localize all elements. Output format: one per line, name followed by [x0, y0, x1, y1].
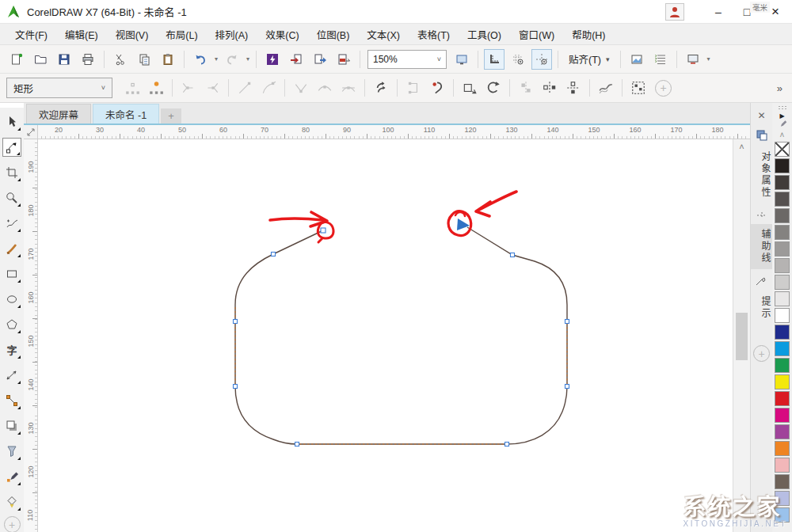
freehand-tool[interactable]	[2, 214, 21, 233]
drawing-canvas[interactable]	[38, 139, 733, 532]
new-tab-button[interactable]: +	[161, 108, 181, 124]
start-node-indicator[interactable]	[457, 218, 470, 230]
corel-connect-button[interactable]	[262, 49, 283, 70]
color-eyedropper-tool[interactable]	[2, 467, 21, 486]
color-swatch[interactable]	[775, 374, 790, 390]
elastic-mode-button[interactable]	[596, 78, 616, 98]
color-swatch[interactable]	[775, 424, 790, 439]
color-swatch[interactable]	[775, 175, 790, 190]
color-swatch[interactable]	[775, 225, 790, 240]
minimize-button[interactable]: –	[706, 2, 730, 21]
color-swatch[interactable]	[775, 507, 790, 522]
delete-node-button[interactable]	[146, 78, 166, 98]
color-swatch[interactable]	[775, 291, 790, 306]
artistic-media-tool[interactable]	[2, 239, 21, 258]
application-settings-button[interactable]	[650, 49, 671, 70]
align-nodes-button[interactable]	[516, 78, 536, 98]
print-button[interactable]	[78, 49, 98, 70]
close-curve-button[interactable]	[427, 78, 447, 98]
zoom-level-combo[interactable]: 150% ˅	[367, 50, 447, 69]
join-nodes-button[interactable]	[178, 78, 199, 98]
rectangle-tool[interactable]	[2, 264, 21, 283]
menu-item[interactable]: 布局(L)	[157, 24, 206, 45]
transparency-tool[interactable]	[2, 442, 21, 461]
paste-button[interactable]	[158, 49, 178, 70]
color-swatch[interactable]	[775, 474, 790, 489]
launcher-dropdown[interactable]: ▾	[705, 49, 713, 70]
polygon-tool[interactable]	[2, 315, 21, 334]
new-document-button[interactable]	[6, 49, 27, 70]
toolbar-overflow-button[interactable]: »	[777, 82, 782, 94]
docker-close-button[interactable]: ✕	[757, 110, 765, 121]
cut-button[interactable]	[110, 49, 131, 70]
menu-item[interactable]: 帮助(H)	[563, 24, 614, 45]
publish-pdf-button[interactable]	[333, 49, 354, 70]
scroll-up-button[interactable]: ˄	[733, 139, 750, 154]
curve-nodes[interactable]	[234, 228, 569, 446]
palette-flyout-button[interactable]: ▶	[779, 112, 784, 120]
color-swatch[interactable]	[775, 441, 790, 456]
menu-item[interactable]: 位图(B)	[308, 24, 359, 45]
open-button[interactable]	[30, 49, 51, 70]
menu-item[interactable]: 文本(X)	[358, 24, 409, 45]
docker-tab-object-properties[interactable]: 对象属性	[751, 146, 772, 203]
scrollbar-thumb[interactable]	[736, 313, 748, 360]
docker-tab-hints[interactable]: 提示	[751, 291, 772, 325]
interactive-fill-tool[interactable]	[2, 492, 21, 511]
ruler-origin[interactable]	[24, 125, 38, 139]
crop-tool[interactable]	[2, 163, 21, 182]
color-swatch[interactable]	[775, 458, 790, 473]
quick-customize-button[interactable]: +	[655, 80, 672, 97]
color-swatch[interactable]	[775, 491, 790, 506]
palette-eyedropper-icon[interactable]	[778, 120, 787, 129]
tab-untitled-document[interactable]: 未命名 -1	[93, 104, 159, 124]
menu-item[interactable]: 工具(O)	[459, 24, 510, 45]
text-tool[interactable]: 字	[2, 340, 21, 359]
color-swatch[interactable]	[775, 308, 790, 323]
rotate-nodes-button[interactable]	[483, 78, 504, 98]
show-guidelines-toggle[interactable]	[531, 49, 552, 70]
ellipse-tool[interactable]	[2, 290, 21, 309]
add-node-button[interactable]	[122, 78, 143, 98]
menu-item[interactable]: 视图(V)	[107, 24, 158, 45]
cusp-node-button[interactable]	[291, 78, 311, 98]
smooth-node-button[interactable]	[314, 78, 335, 98]
break-node-button[interactable]	[202, 78, 223, 98]
show-grid-toggle[interactable]	[508, 49, 528, 70]
save-button[interactable]	[54, 49, 74, 70]
sign-in-button[interactable]	[665, 3, 684, 21]
application-launcher-button[interactable]	[683, 49, 703, 70]
show-rulers-toggle[interactable]	[484, 49, 505, 70]
redo-dropdown[interactable]: ▾	[244, 49, 252, 70]
horizontal-ruler[interactable]: 2030405060708090100110120130140150160170…	[38, 125, 750, 139]
docker-tab-guidelines[interactable]: 辅助线	[751, 224, 772, 269]
fullscreen-preview-button[interactable]	[451, 49, 472, 70]
options-button[interactable]	[626, 49, 647, 70]
extend-curve-to-close-button[interactable]	[403, 78, 424, 98]
redo-button[interactable]	[222, 49, 242, 70]
reflect-nodes-horizontally-button[interactable]	[539, 78, 560, 98]
select-all-nodes-button[interactable]	[628, 78, 649, 98]
shape-tool[interactable]	[2, 138, 21, 157]
tab-welcome-screen[interactable]: 欢迎屏幕	[26, 104, 91, 124]
zoom-tool[interactable]	[2, 188, 21, 207]
vertical-scrollbar[interactable]: ˄	[733, 139, 750, 532]
color-swatch[interactable]	[775, 158, 790, 173]
color-swatch[interactable]	[775, 391, 790, 406]
vertical-ruler[interactable]: 190180170160150140130120110	[24, 139, 38, 532]
reverse-direction-button[interactable]	[371, 78, 391, 98]
palette-scroll-up-button[interactable]: ˄	[780, 131, 785, 139]
pick-tool[interactable]	[2, 112, 21, 131]
undo-dropdown[interactable]: ▾	[212, 49, 220, 70]
preset-dropdown[interactable]: 矩形 ˅	[6, 78, 112, 98]
color-swatch[interactable]	[775, 275, 790, 290]
color-swatch[interactable]	[775, 192, 790, 207]
menu-item[interactable]: 表格(T)	[409, 24, 459, 45]
color-swatch[interactable]	[775, 358, 790, 373]
copy-button[interactable]	[134, 49, 154, 70]
convert-to-line-button[interactable]	[234, 78, 255, 98]
color-swatch[interactable]	[775, 208, 790, 223]
menu-item[interactable]: 窗口(W)	[510, 24, 563, 45]
color-swatch[interactable]	[775, 325, 790, 340]
color-swatch[interactable]	[775, 341, 790, 356]
